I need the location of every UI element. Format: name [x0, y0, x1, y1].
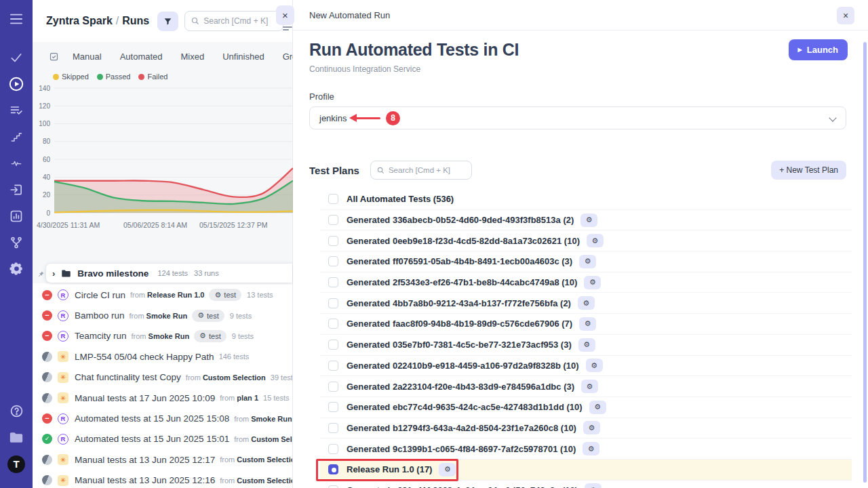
plan-checkbox[interactable] [328, 464, 338, 474]
plan-settings-button[interactable]: ⚙ [580, 214, 597, 227]
gear-icon: ⚙ [197, 311, 204, 320]
plan-checkbox[interactable] [328, 361, 338, 371]
sidebar-item-milestones-steps[interactable] [6, 127, 26, 146]
run-title: Manual tests at 13 Jun 2025 12:17 [75, 455, 215, 465]
new-test-plan-button[interactable]: + New Test Plan [771, 161, 846, 180]
sidebar-item-settings-gear[interactable] [6, 260, 26, 278]
run-row[interactable]: ✳LMP-554 05/04 check Happy Path146 tests [33, 346, 292, 367]
automated-run-icon: R [58, 434, 68, 445]
sidebar-item-pulse[interactable] [6, 154, 26, 172]
profile-select[interactable]: jenkins 8 [309, 106, 846, 129]
run-row[interactable]: −RCircle CI runfrom Release Run 1.0⚙test… [33, 285, 292, 305]
plan-checkbox[interactable] [328, 382, 338, 392]
sidebar-item-help[interactable] [6, 402, 26, 420]
breadcrumb-project[interactable]: Zyntra Spark [46, 15, 113, 26]
test-plan-row[interactable]: Generated 2a223104-f20e-4b43-83d9-e78459… [320, 376, 852, 397]
plan-settings-button[interactable]: ⚙ [581, 380, 598, 393]
breadcrumb-separator: / [113, 15, 122, 26]
test-plan-row[interactable]: Generated faac8f09-94b8-4b19-89d9-c576cd… [320, 314, 852, 335]
plan-settings-button[interactable]: ⚙ [587, 234, 604, 247]
test-plan-row[interactable]: All Automated Tests (536) [320, 189, 852, 210]
test-plan-row[interactable]: Generated e891c41f-8039-4e64-aa24-e0d56e… [320, 481, 852, 488]
plan-checkbox[interactable] [328, 215, 338, 225]
test-plan-row[interactable]: Generated 4bb7a8b0-9212-43a4-b137-f772fe… [320, 293, 852, 314]
test-plan-row[interactable]: Generated 336abecb-0b52-4d60-9ded-493f3f… [320, 210, 852, 231]
plan-checkbox[interactable] [328, 402, 338, 412]
launch-button[interactable]: ▶ Launch [789, 39, 848, 60]
sidebar-item-branches[interactable] [6, 233, 26, 251]
plan-checkbox[interactable] [328, 194, 338, 204]
plan-checkbox[interactable] [328, 423, 338, 433]
test-plan-row[interactable]: Generated 0eeb9e18-f23d-4cd5-82dd-8a1a73… [320, 230, 852, 251]
test-plan-row[interactable]: Generated ff076591-05ab-4b4b-8491-1ecb00… [320, 251, 852, 272]
test-plan-row[interactable]: Generated ebc77c4d-9635-424c-ac5e-427483… [320, 397, 852, 418]
plan-checkbox[interactable] [328, 485, 338, 488]
tab-unfinished[interactable]: Unfinished [222, 52, 264, 62]
sidebar-item-menu[interactable] [6, 9, 26, 28]
plan-settings-button[interactable]: ⚙ [579, 317, 596, 331]
run-row[interactable]: −RAutomated tests at 15 Jun 2025 15:08fr… [33, 408, 292, 428]
plan-settings-button[interactable]: ⚙ [583, 421, 600, 434]
plan-settings-button[interactable]: ⚙ [584, 276, 601, 289]
run-row[interactable]: ✳Manual tests at 13 Jun 2025 12:17from C… [33, 449, 292, 470]
runs-search-input[interactable] [203, 16, 277, 26]
milestone-card[interactable]: › Bravo milestone 124 tests 33 runs [46, 264, 292, 283]
sidebar-item-runs-play[interactable] [6, 75, 26, 93]
plan-settings-button[interactable]: ⚙ [583, 442, 599, 455]
run-title: Automated tests at 15 Jun 2025 15:01 [75, 434, 229, 444]
sidebar-item-documentation-folder[interactable] [6, 428, 26, 447]
plan-settings-button[interactable]: ⚙ [578, 338, 595, 352]
sidebar-item-tests-check[interactable] [6, 48, 26, 66]
sidebar-item-test-plans[interactable] [6, 101, 26, 119]
plan-checkbox[interactable] [328, 236, 338, 246]
plan-checkbox[interactable] [328, 277, 338, 287]
test-plan-row[interactable]: Generated 2f5343e3-ef26-47b1-be8b-44cabc… [320, 272, 852, 293]
plan-checkbox[interactable] [328, 298, 338, 308]
sidebar-item-import[interactable] [6, 180, 26, 199]
run-row[interactable]: −RTeamcity runfrom Smoke Run⚙test9 tests [33, 326, 292, 346]
plan-label: Generated 0eeb9e18-f23d-4cd5-82dd-8a1a73… [347, 236, 580, 246]
plan-settings-button[interactable]: ⚙ [589, 401, 606, 414]
run-row[interactable]: ✳Manual tests at 17 Jun 2025 10:09from p… [33, 388, 292, 408]
tab-mixed[interactable]: Mixed [181, 52, 205, 62]
test-plan-row[interactable]: Release Run 1.0 (17)⚙ [320, 460, 852, 481]
svg-text:140: 140 [39, 85, 50, 92]
modal-close-button[interactable]: × [837, 7, 854, 24]
milestone-row[interactable]: › Bravo milestone 124 tests 33 runs [33, 263, 292, 283]
test-plans-search-input[interactable] [389, 166, 465, 174]
run-title: Bamboo run [75, 310, 125, 321]
run-row[interactable]: ✳Manual tests at 13 Jun 2025 12:16from C… [33, 470, 292, 488]
plan-checkbox[interactable] [328, 340, 338, 350]
scrollbar-thumb[interactable] [863, 42, 867, 483]
run-row[interactable]: ✳Chat functinality test Copyfrom Custom … [33, 367, 292, 388]
plan-checkbox[interactable] [328, 256, 338, 266]
failed-status-icon: − [42, 310, 52, 321]
manual-run-icon: ✳ [58, 392, 68, 403]
plan-settings-button[interactable]: ⚙ [439, 463, 456, 476]
plan-label: Generated 4bb7a8b0-9212-43a4-b137-f772fe… [347, 298, 571, 308]
run-title: LMP-554 05/04 check Happy Path [75, 352, 214, 362]
plan-settings-button[interactable]: ⚙ [579, 255, 596, 268]
filter-button[interactable] [157, 12, 178, 31]
plan-label: Generated e891c41f-8039-4e64-aa24-e0d56e… [347, 485, 578, 488]
test-plan-row[interactable]: Generated 022410b9-e918-4459-a106-97d2a9… [320, 356, 852, 377]
runs-panel-close-button[interactable]: × [276, 5, 294, 25]
plan-settings-button[interactable]: ⚙ [578, 296, 595, 310]
test-plan-row[interactable]: Generated b12794f3-643a-4a2d-8504-23f1e7… [320, 418, 852, 439]
expand-chevron-icon[interactable]: › [52, 268, 55, 279]
failed-status-icon: − [42, 331, 52, 341]
plan-checkbox[interactable] [328, 319, 338, 329]
run-row[interactable]: ✓RAutomated tests at 15 Jun 2025 15:01fr… [33, 429, 292, 449]
test-plan-row[interactable]: Generated 035e7bf0-7381-4c5c-be77-321e73… [320, 335, 852, 356]
run-row[interactable]: −RBamboo runfrom Smoke Run⚙test9 tests [33, 305, 292, 325]
select-all-icon[interactable] [49, 52, 59, 62]
tab-manual[interactable]: Manual [73, 52, 102, 62]
test-plan-row[interactable]: Generated 9c1399b1-c065-4f84-8697-7af2c5… [320, 439, 852, 460]
app-logo[interactable]: T [6, 455, 26, 473]
sidebar-item-analytics-chart[interactable] [6, 207, 26, 225]
plan-checkbox[interactable] [328, 444, 338, 454]
plan-settings-button[interactable]: ⚙ [586, 359, 603, 372]
plan-settings-button[interactable]: ⚙ [585, 483, 601, 488]
tab-automated[interactable]: Automated [120, 52, 163, 62]
chevron-down-icon [829, 114, 836, 121]
